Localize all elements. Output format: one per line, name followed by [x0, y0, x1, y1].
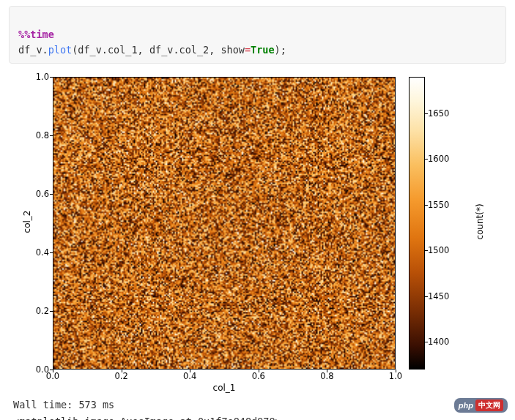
x-axis-label: col_1: [53, 383, 396, 393]
y-axis-label: col_2: [22, 210, 32, 233]
x-tick-label: 1.0: [385, 371, 407, 381]
wall-time-output: Wall time: 573 ms: [13, 397, 502, 413]
x-tick-label: 0.4: [179, 371, 201, 381]
colorbar: [409, 77, 425, 370]
x-tick-label: 0.0: [42, 371, 64, 381]
heatmap-plot: [53, 77, 396, 370]
x-tick-label: 0.8: [316, 371, 338, 381]
colorbar-tick-label: 1650: [428, 108, 449, 119]
colorbar-tick-label: 1500: [428, 245, 449, 255]
y-tick-label: 0.8: [24, 130, 49, 140]
colorbar-tick-label: 1600: [428, 154, 449, 164]
colorbar-label: count(*): [475, 203, 485, 239]
code-cell: %%time df_v.plot(df_v.col_1, df_v.col_2,…: [9, 6, 506, 64]
magic-command: %%time: [18, 29, 54, 40]
colorbar-tick-label: 1550: [428, 200, 449, 210]
figure: col_2 col_1 0.00.20.40.60.81.0 0.00.20.4…: [13, 71, 502, 393]
code-method: plot: [48, 44, 73, 56]
repr-output: <matplotlib.image.AxesImage at 0x1f7e848…: [13, 414, 502, 420]
colorbar-tick-label: 1400: [428, 337, 449, 347]
watermark: php 中文网: [454, 398, 508, 413]
x-tick-label: 0.2: [111, 371, 133, 381]
heatmap-canvas: [53, 78, 395, 369]
watermark-badge: php 中文网: [454, 398, 508, 413]
colorbar-tick-label: 1450: [428, 291, 449, 301]
y-tick-label: 0.2: [24, 306, 49, 316]
y-tick-label: 0.4: [24, 247, 49, 258]
x-tick-label: 0.6: [248, 371, 270, 381]
y-tick-label: 0.6: [24, 189, 49, 199]
code-object-1: df_v: [18, 44, 42, 56]
y-tick-label: 1.0: [24, 72, 49, 82]
